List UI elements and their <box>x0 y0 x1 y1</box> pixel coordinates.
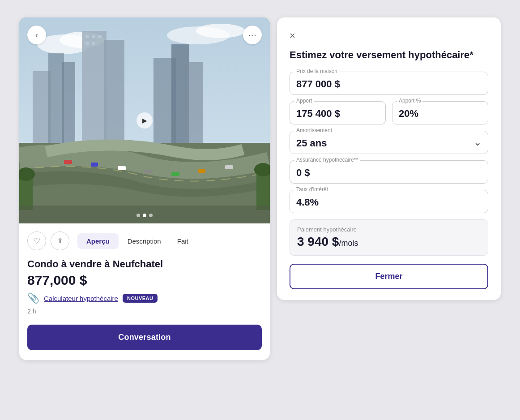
apport-label: Apport <box>294 98 314 104</box>
svg-rect-16 <box>85 42 89 45</box>
chevron-down-icon: ⌄ <box>473 137 482 148</box>
tab-description[interactable]: Description <box>119 233 170 249</box>
payment-label: Paiement hypothécaire <box>297 226 481 233</box>
svg-rect-17 <box>92 42 95 45</box>
tab-fait[interactable]: Fait <box>170 233 196 249</box>
back-button[interactable]: ‹ <box>27 26 46 44</box>
prix-label: Prix de la maison <box>294 68 339 74</box>
svg-rect-21 <box>118 166 126 170</box>
svg-rect-25 <box>225 165 233 169</box>
svg-rect-15 <box>98 35 102 38</box>
payment-value-row: 3 940 $/mois <box>297 235 481 249</box>
play-icon: ▶ <box>142 117 147 124</box>
heart-icon: ♡ <box>33 236 40 246</box>
apport-pct-field[interactable]: Apport % 20% <box>392 101 488 124</box>
assurance-value: 0 $ <box>296 167 482 179</box>
taux-value: 4.8% <box>296 197 482 208</box>
svg-rect-13 <box>85 35 89 38</box>
taux-field[interactable]: Taux d'intérêt 4.8% <box>290 190 488 213</box>
assurance-field[interactable]: Assurance hypothécaire** 0 $ <box>290 160 488 184</box>
property-image: ‹ ··· ▶ <box>19 17 270 223</box>
svg-rect-20 <box>91 163 98 167</box>
apport-pct-label: Apport % <box>397 98 422 104</box>
image-dots <box>136 214 153 217</box>
conversation-button[interactable]: Conversation <box>27 325 262 350</box>
prix-value: 877 000 $ <box>296 78 482 90</box>
dot-3 <box>149 214 153 217</box>
share-button[interactable]: ⇧ <box>51 231 69 250</box>
chevron-left-icon: ‹ <box>35 30 38 40</box>
close-icon: × <box>290 30 295 42</box>
calculator-link[interactable]: Calculateur hypothécaire <box>44 295 118 302</box>
dot-2 <box>143 214 146 217</box>
nouveau-badge: NOUVEAU <box>123 294 158 303</box>
time-label: 2 h <box>27 308 262 315</box>
property-price: 877,000 $ <box>27 273 262 288</box>
svg-point-4 <box>196 24 245 38</box>
amort-label: Amortissement <box>294 127 334 133</box>
ellipsis-icon: ··· <box>248 30 257 40</box>
card-body: Condo à vendre à Neufchatel 877,000 $ 📎 … <box>19 250 270 360</box>
property-card: ‹ ··· ▶ ♡ ⇧ Aperçu Description <box>19 17 270 360</box>
payment-value: 3 940 $ <box>297 235 339 249</box>
apport-value: 175 400 $ <box>296 108 379 120</box>
more-options-button[interactable]: ··· <box>243 26 262 44</box>
mortgage-calculator-panel: × Estimez votre versement hypothécaire* … <box>277 17 501 300</box>
favorite-button[interactable]: ♡ <box>27 231 46 250</box>
svg-rect-23 <box>171 172 179 176</box>
payment-unit: /mois <box>339 239 358 248</box>
dot-1 <box>136 214 140 217</box>
calculator-row: 📎 Calculateur hypothécaire NOUVEAU <box>27 292 262 304</box>
svg-rect-14 <box>92 35 95 38</box>
share-icon: ⇧ <box>57 237 63 245</box>
tab-apercu[interactable]: Aperçu <box>77 233 119 249</box>
amort-value: 25 ans <box>296 137 327 149</box>
amort-row: 25 ans ⌄ <box>296 136 482 149</box>
play-button[interactable]: ▶ <box>136 112 153 129</box>
apport-field[interactable]: Apport 175 400 $ <box>290 101 386 124</box>
prix-field[interactable]: Prix de la maison 877 000 $ <box>290 72 488 95</box>
apport-row: Apport 175 400 $ Apport % 20% <box>290 101 488 124</box>
calculator-icon: 📎 <box>27 292 39 304</box>
close-button[interactable]: × <box>290 30 295 42</box>
assurance-label: Assurance hypothécaire** <box>294 157 360 163</box>
apport-pct-value: 20% <box>399 108 482 120</box>
property-title: Condo à vendre à Neufchatel <box>27 258 262 270</box>
svg-rect-19 <box>64 160 72 164</box>
svg-rect-24 <box>198 169 205 173</box>
amort-field[interactable]: Amortissement 25 ans ⌄ <box>290 131 488 154</box>
tab-group: Aperçu Description Fait <box>77 233 196 249</box>
card-actions-bar: ♡ ⇧ Aperçu Description Fait <box>19 223 270 250</box>
payment-result: Paiement hypothécaire 3 940 $/mois <box>290 219 488 256</box>
svg-rect-22 <box>145 170 152 173</box>
taux-label: Taux d'intérêt <box>294 186 330 193</box>
modal-title: Estimez votre versement hypothécaire* <box>290 49 488 62</box>
fermer-button[interactable]: Fermer <box>290 264 488 289</box>
